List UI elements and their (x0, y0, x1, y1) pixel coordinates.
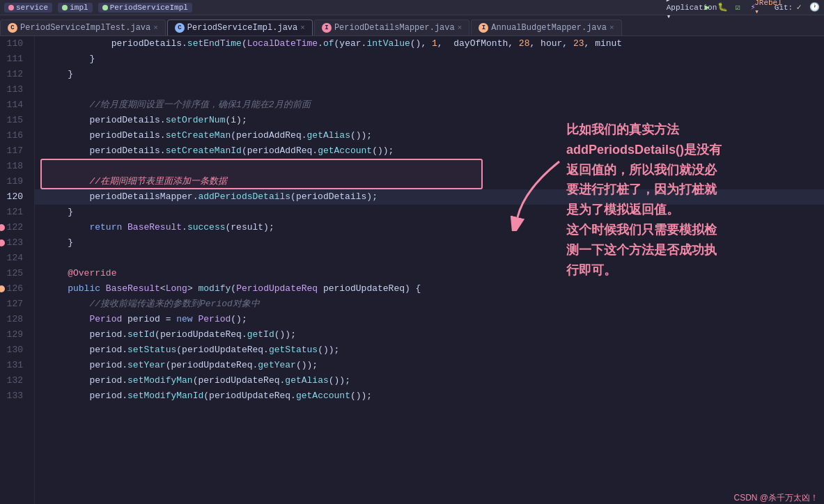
tab-filename: PeriodServiceImpl.java (187, 23, 297, 33)
ln-115: 115 (0, 113, 29, 128)
ln-122: 122 (0, 220, 29, 235)
code-line-112: } (35, 67, 824, 82)
tab-close-btn[interactable]: × (458, 24, 462, 32)
ln-126: 126 (0, 281, 29, 297)
tab-filename: PeriodDetailsMapper.java (334, 23, 455, 33)
breakpoint-icon (0, 239, 5, 246)
code-line-131: period.setYear(periodUpdateReq.getYear()… (35, 358, 824, 373)
code-line-114: //给月度期间设置一个排序值，确保1月能在2月的前面 (35, 97, 824, 113)
tab-label: service (16, 3, 48, 12)
run-btn[interactable]: ▶ (701, 2, 713, 13)
ln-120: 120 (0, 189, 29, 205)
tab-icon-i-red: I (322, 23, 332, 33)
tab-filename: PeriodServiceImplTest.java (20, 23, 150, 33)
line-numbers: 110 111 112 113 114 115 116 117 118 119 … (0, 36, 35, 504)
ln-112: 112 (0, 67, 29, 82)
tab-icon-c-blue: C (175, 23, 185, 33)
clock-icon[interactable]: 🕐 (809, 2, 820, 13)
tab-close-btn[interactable]: × (609, 24, 614, 32)
tab-periodserviceimpl[interactable]: C PeriodServiceImpl.java × (167, 19, 313, 36)
code-line-132: period.setModifyMan(periodUpdateReq.getA… (35, 373, 824, 388)
ln-116: 116 (0, 128, 29, 143)
code-line-111: } (35, 52, 824, 67)
breakpoint-icon (0, 224, 5, 231)
toolbar-tab-service[interactable]: service (4, 3, 52, 13)
ln-119: 119 (0, 174, 29, 189)
annotation-overlay: 比如我们的真实方法addPeriodsDetails()是没有返回值的，所以我们… (566, 120, 803, 280)
top-toolbar: service impl PeriodServiceImpl ▶ Applica… (0, 0, 824, 15)
ln-114: 114 (0, 97, 29, 113)
ln-125: 125 (0, 266, 29, 281)
tab-filename: AnnualBudgetMapper.java (491, 23, 607, 33)
ln-121: 121 (0, 205, 29, 220)
code-line-133: period.setModifyManId(periodUpdateReq.ge… (35, 388, 824, 404)
ln-130: 130 (0, 342, 29, 358)
ln-123: 123 (0, 235, 29, 251)
tab-periodserviceimpltest[interactable]: C PeriodServiceImplTest.java × (0, 19, 166, 36)
watermark-text: CSDN @杀千万太凶！ (733, 492, 818, 504)
code-line-129: period.setId(periodUpdateReq.getId()); (35, 327, 824, 342)
ln-128: 128 (0, 312, 29, 327)
debug-btn[interactable]: 🐛 (717, 2, 728, 13)
toolbar-actions: ▶ Application ▾ ▶ 🐛 ☑ ⚡ JRebel ▾ Git: ✓ … (686, 2, 820, 13)
tab-annualbudgetmapper[interactable]: I AnnualBudgetMapper.java × (471, 19, 621, 36)
tab-label: PeriodServiceImpl (110, 3, 188, 12)
tab-indicator (8, 5, 14, 10)
execution-icon (0, 285, 5, 292)
code-line-128: Period period = new Period(); (35, 312, 824, 327)
code-line-130: period.setStatus(periodUpdateReq.getStat… (35, 342, 824, 358)
toolbar-tab-impl[interactable]: impl (58, 3, 92, 13)
tab-indicator (62, 5, 68, 10)
tab-perioddetailsmapper[interactable]: I PeriodDetailsMapper.java × (314, 19, 469, 36)
code-line-110: periodDetails.setEndTime(LocalDateTime.o… (35, 36, 824, 52)
tab-close-btn[interactable]: × (153, 24, 158, 32)
ln-127: 127 (0, 297, 29, 312)
tab-icon-i-orange: I (479, 23, 488, 33)
code-area: 110 111 112 113 114 115 116 117 118 119 … (0, 36, 824, 504)
ln-132: 132 (0, 373, 29, 388)
ln-113: 113 (0, 82, 29, 97)
ln-111: 111 (0, 52, 29, 67)
tab-close-btn[interactable]: × (300, 24, 305, 32)
tab-label: impl (70, 3, 88, 12)
toolbar-tab-periodserviceimpl[interactable]: PeriodServiceImpl (98, 3, 192, 13)
ln-117: 117 (0, 143, 29, 159)
jrebel-btn[interactable]: JRebel ▾ (763, 2, 774, 13)
git-btn[interactable]: Git: (778, 2, 789, 13)
code-line-113 (35, 82, 824, 97)
coverage-btn[interactable]: ☑ (732, 2, 743, 13)
status-bar: CSDN @杀千万太凶！ (728, 491, 824, 504)
ln-129: 129 (0, 327, 29, 342)
ln-133: 133 (0, 388, 29, 404)
tab-indicator (102, 5, 108, 10)
code-line-126: public BaseResult<Long> modify(PeriodUpd… (35, 281, 824, 297)
checkmark-icon[interactable]: ✓ (793, 2, 804, 13)
ln-131: 131 (0, 358, 29, 373)
code-line-127: //接收前端传递来的参数到Period对象中 (35, 297, 824, 312)
ln-110: 110 (0, 36, 29, 52)
application-btn[interactable]: ▶ Application ▾ (686, 2, 697, 13)
ln-124: 124 (0, 251, 29, 266)
ln-118: 118 (0, 159, 29, 174)
annotation-text: 比如我们的真实方法addPeriodsDetails()是没有返回值的，所以我们… (566, 120, 803, 280)
tab-icon-c: C (8, 23, 17, 33)
